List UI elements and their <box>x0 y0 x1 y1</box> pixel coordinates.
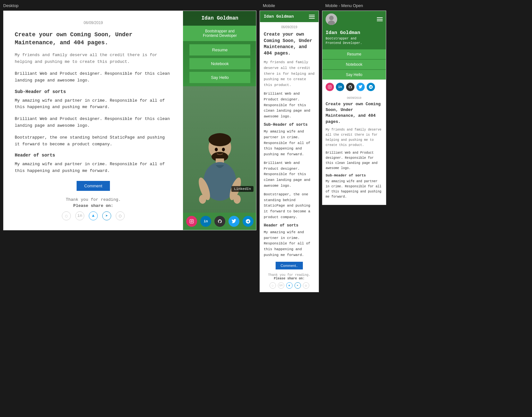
mmenu-person-role: Bootstrapper andFrontend Developer. <box>326 37 383 46</box>
linkedin-share-icon[interactable]: in <box>75 211 84 220</box>
mmenu-linkedin-icon[interactable]: in <box>336 83 344 91</box>
svg-point-9 <box>199 195 206 204</box>
mobile-comment-button[interactable]: Comment.. <box>276 262 303 269</box>
mobile-subheader2: Header of sorts <box>264 223 315 228</box>
mobile-person-name: Idan Goldman <box>264 14 294 19</box>
article-body3: Brilliant Web and Product designer. Resp… <box>15 116 172 129</box>
person-name-desktop: Idan Goldman <box>183 11 256 26</box>
mobile-panel: Idan Goldman 06/09/2019 Create your own … <box>260 11 319 292</box>
mmenu-subheader1: Sub-Header of sorts <box>326 174 383 177</box>
mmenu-github-icon[interactable] <box>346 83 354 91</box>
article-title: Create your own Coming Soon, Under Maint… <box>15 31 172 47</box>
desktop-panel: 06/09/2019 Create your own Coming Soon, … <box>3 11 256 230</box>
mobile-body1: Brilliant Web and Product designer. Resp… <box>264 91 315 119</box>
svg-point-15 <box>329 16 334 20</box>
mobile-share-icons: ◌ in ▲ ➤ ◯ <box>264 282 315 289</box>
mobile-label: Mobile <box>263 3 322 8</box>
mmenu-content: 06/09/2019 Create your own Coming Soon, … <box>322 94 386 205</box>
mobile-linkedin-icon[interactable]: in <box>278 282 284 289</box>
article-date: 06/09/2019 <box>15 21 172 25</box>
notebook-button[interactable]: Notebook <box>189 58 250 69</box>
telegram-share-icon[interactable]: ➤ <box>102 211 111 220</box>
mmenu-nav: Resume Notebook Say Hello <box>322 49 386 80</box>
desktop-label: Desktop <box>3 3 260 8</box>
whatsapp-share-icon[interactable]: ◯ <box>116 211 125 220</box>
svg-point-18 <box>329 86 330 88</box>
svg-point-1 <box>209 133 231 146</box>
desktop-sidebar: Idan Goldman Bootstrapper andFrontend De… <box>183 11 256 230</box>
article-body2: My amazing wife and partner in crime. Re… <box>15 98 172 111</box>
mmenu-social-row: in <box>322 80 386 94</box>
article-body5: My amazing wife and partner in crime. Re… <box>15 161 172 174</box>
mmenu-header <box>322 11 386 28</box>
mmenu-say-hello-button[interactable]: Say Hello <box>322 70 386 80</box>
mmenu-title: Create your own Coming Soon, Under Maint… <box>326 101 383 125</box>
say-hello-button[interactable]: Say Hello <box>189 72 250 83</box>
article-body1: Brilliant Web and Product designer. Resp… <box>15 71 172 84</box>
article-subheader2: Header of sorts <box>15 153 172 158</box>
avatar-icon <box>326 13 337 25</box>
article-body4: Bootstrapper, the one standing behind St… <box>15 134 172 148</box>
thank-you-text: Thank you for reading. <box>15 197 172 202</box>
mobile-share-section: Thank you for reading. Please share on: … <box>264 273 315 289</box>
share-icons-row: ◌ in ▲ ➤ ◯ <box>15 211 172 220</box>
github-icon[interactable] <box>214 216 225 227</box>
twitter-share-icon[interactable]: ▲ <box>89 211 98 220</box>
linkedin-icon[interactable]: in <box>200 216 211 227</box>
mobile-please-share: Please share on: <box>264 277 315 280</box>
mobile-date: 06/09/2019 <box>264 25 315 29</box>
sidebar-social-icons: in <box>183 213 256 230</box>
mobile-body3: Brilliant Web and Product designer. Resp… <box>264 160 315 189</box>
mobile-reddit-icon[interactable]: ◌ <box>270 282 276 289</box>
svg-point-19 <box>330 86 331 86</box>
sidebar-nav-buttons: Resume Notebook Say Hello <box>183 41 256 86</box>
telegram-icon[interactable] <box>243 216 254 227</box>
mobile-whatsapp-icon[interactable]: ◯ <box>303 282 309 289</box>
mmenu-instagram-icon[interactable] <box>326 83 334 91</box>
mobile-header: Idan Goldman <box>260 11 319 22</box>
svg-point-12 <box>191 221 193 222</box>
svg-rect-17 <box>328 85 331 89</box>
instagram-icon[interactable] <box>186 216 197 227</box>
mobile-content: 06/09/2019 Create your own Coming Soon, … <box>260 22 319 292</box>
svg-point-5 <box>215 148 218 151</box>
svg-point-10 <box>234 195 241 204</box>
resume-button[interactable]: Resume <box>189 44 250 55</box>
linkedin-tooltip: LinkedIn <box>231 186 254 192</box>
mmenu-notebook-button[interactable]: Notebook <box>322 60 386 69</box>
mmenu-person-name: Idan Goldman <box>326 30 383 36</box>
person-illustration <box>188 129 252 213</box>
mmenu-twitter-icon[interactable] <box>356 83 365 91</box>
mobile-article-title: Create your own Coming Soon, Under Maint… <box>264 31 315 56</box>
mobile-body2: My amazing wife and partner in crime. Re… <box>264 129 315 157</box>
mmenu-telegram-icon[interactable] <box>367 83 375 91</box>
please-share-text: Please share on: <box>15 203 172 208</box>
svg-rect-11 <box>190 219 194 223</box>
mobile-thank-you: Thank you for reading. <box>264 273 315 277</box>
mobile-body4: Bootstrapper, the one standing behind St… <box>264 192 315 220</box>
mobile-menu-label: Mobile - Menu Open <box>325 3 529 8</box>
reddit-share-icon[interactable]: ◌ <box>62 211 71 220</box>
mobile-body5: My amazing wife and partner in crime. Re… <box>264 230 315 258</box>
mobile-hamburger-icon[interactable] <box>309 15 315 19</box>
twitter-icon[interactable] <box>229 216 239 227</box>
mobile-intro: My friends and family deserve all the cr… <box>264 60 315 88</box>
share-section: Thank you for reading. Please share on: … <box>15 197 172 220</box>
mmenu-resume-button[interactable]: Resume <box>322 49 386 59</box>
mmenu-body1: Brilliant Web and Product designer. Resp… <box>326 150 383 171</box>
comment-button[interactable]: Comment <box>77 181 110 191</box>
mobile-twitter-icon[interactable]: ▲ <box>286 282 293 289</box>
mmenu-intro: My friends and family deserve all the cr… <box>326 127 383 148</box>
mmenu-hamburger-icon[interactable] <box>377 17 383 21</box>
person-role-desktop: Bootstrapper andFrontend Developer <box>183 26 256 41</box>
mmenu-date: 06/09/2019 <box>326 96 383 99</box>
person-photo: LinkedIn <box>183 86 256 213</box>
mmenu-person-section: Idan Goldman Bootstrapper andFrontend De… <box>322 28 386 49</box>
mmenu-body2: My amazing wife and partner in crime. Re… <box>326 179 383 200</box>
mobile-subheader1: Sub-Header of sorts <box>264 123 315 127</box>
svg-point-6 <box>222 148 225 151</box>
article-subheader1: Sub-Header of sorts <box>15 89 172 94</box>
mmenu-avatar <box>326 13 337 25</box>
desktop-article: 06/09/2019 Create your own Coming Soon, … <box>4 11 183 230</box>
mobile-telegram-icon[interactable]: ➤ <box>295 282 301 289</box>
